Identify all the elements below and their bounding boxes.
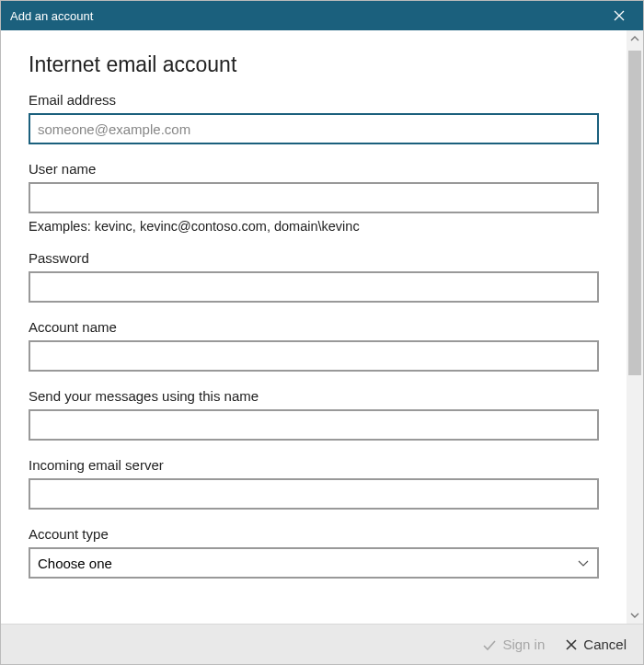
- signin-label: Sign in: [502, 636, 545, 652]
- accounttype-selected: Choose one: [38, 556, 577, 571]
- username-input[interactable]: [29, 182, 599, 213]
- window-body: Internet email account Email address Use…: [1, 30, 643, 624]
- label-password: Password: [29, 250, 599, 266]
- chevron-down-icon: [577, 556, 590, 569]
- cancel-icon: [565, 638, 578, 651]
- signin-button[interactable]: Sign in: [482, 636, 545, 652]
- accounttype-select[interactable]: Choose one: [29, 547, 599, 579]
- cancel-button[interactable]: Cancel: [565, 636, 627, 652]
- password-input[interactable]: [29, 271, 599, 303]
- email-input[interactable]: [29, 113, 599, 144]
- footer: Sign in Cancel: [1, 624, 643, 664]
- cancel-label: Cancel: [583, 636, 627, 652]
- scroll-thumb[interactable]: [628, 51, 641, 375]
- close-icon: [614, 10, 625, 21]
- window-title: Add an account: [10, 9, 601, 23]
- scroll-up-arrow-icon[interactable]: [627, 30, 643, 47]
- titlebar: Add an account: [1, 1, 643, 30]
- scroll-track[interactable]: [627, 47, 643, 607]
- close-button[interactable]: [601, 1, 638, 30]
- field-sendname: Send your messages using this name: [29, 388, 599, 441]
- sendname-input[interactable]: [29, 409, 599, 441]
- username-helper: Examples: kevinc, kevinc@contoso.com, do…: [29, 219, 599, 234]
- form-area: Internet email account Email address Use…: [1, 30, 627, 624]
- field-accounttype: Account type Choose one: [29, 526, 599, 579]
- field-email: Email address: [29, 92, 599, 144]
- label-incoming: Incoming email server: [29, 457, 599, 473]
- label-sendname: Send your messages using this name: [29, 388, 599, 404]
- accountname-input[interactable]: [29, 340, 599, 372]
- check-icon: [482, 637, 497, 652]
- field-username: User name: [29, 161, 599, 213]
- incoming-input[interactable]: [29, 478, 599, 510]
- label-accountname: Account name: [29, 319, 599, 335]
- label-accounttype: Account type: [29, 526, 599, 542]
- field-accountname: Account name: [29, 319, 599, 372]
- page-title: Internet email account: [29, 52, 599, 77]
- field-password: Password: [29, 250, 599, 303]
- scrollbar[interactable]: [627, 30, 643, 624]
- label-username: User name: [29, 161, 599, 177]
- scroll-down-arrow-icon[interactable]: [627, 607, 643, 624]
- field-incoming: Incoming email server: [29, 457, 599, 510]
- label-email: Email address: [29, 92, 599, 108]
